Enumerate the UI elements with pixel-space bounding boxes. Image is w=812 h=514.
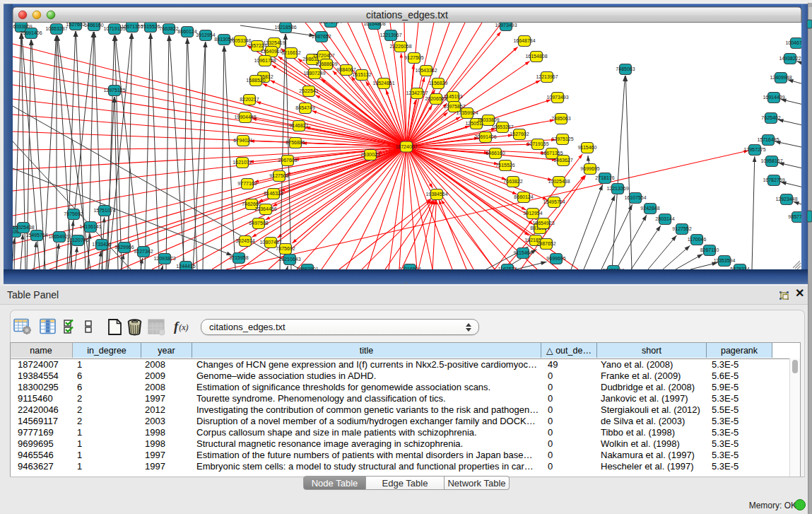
svg-text:6466160: 6466160 — [486, 151, 505, 156]
svg-text:1170046: 1170046 — [688, 237, 707, 242]
svg-text:8220217: 8220217 — [240, 97, 259, 102]
svg-text:23226058: 23226058 — [389, 44, 411, 49]
svg-text:2987652: 2987652 — [312, 34, 331, 39]
svg-text:12213369: 12213369 — [606, 186, 628, 191]
svg-text:20364456: 20364456 — [254, 206, 276, 211]
svg-text:7625402: 7625402 — [761, 115, 780, 120]
svg-text:9127505: 9127505 — [404, 55, 423, 60]
svg-text:9242848: 9242848 — [640, 206, 659, 211]
svg-text:3912954: 3912954 — [523, 211, 542, 216]
svg-text:9146821: 9146821 — [289, 123, 308, 128]
svg-text:2530023: 2530023 — [360, 152, 379, 157]
svg-text:10688609: 10688609 — [315, 62, 337, 66]
svg-text:13640910: 13640910 — [260, 49, 282, 54]
svg-text:16782759: 16782759 — [763, 177, 784, 182]
svg-text:10973493: 10973493 — [546, 95, 568, 100]
svg-text:12409948: 12409948 — [770, 75, 792, 80]
svg-text:19384554: 19384554 — [425, 192, 447, 197]
svg-text:16914439: 16914439 — [763, 95, 784, 100]
svg-text:9699695: 9699695 — [580, 166, 599, 171]
svg-text:10653287: 10653287 — [491, 124, 513, 129]
svg-text:2987652: 2987652 — [536, 241, 555, 246]
svg-text:10973493: 10973493 — [495, 23, 517, 28]
svg-text:7515526: 7515526 — [495, 163, 514, 168]
svg-text:16107554: 16107554 — [624, 195, 646, 200]
svg-text:3024574: 3024574 — [235, 238, 254, 243]
svg-text:8756885: 8756885 — [286, 140, 305, 145]
svg-text:2803144: 2803144 — [655, 216, 674, 221]
svg-text:6794021: 6794021 — [233, 138, 252, 143]
svg-text:9777169: 9777169 — [237, 181, 257, 186]
svg-text:citations_edges.txt: citations_edges.txt — [366, 9, 448, 21]
svg-text:10025438: 10025438 — [548, 179, 570, 184]
svg-text:17957275: 17957275 — [743, 147, 765, 152]
svg-text:1145193: 1145193 — [444, 94, 463, 99]
svg-text:7462666: 7462666 — [242, 201, 261, 206]
svg-text:7875692: 7875692 — [276, 246, 295, 251]
svg-text:2967608: 2967608 — [278, 158, 297, 163]
svg-text:19904448: 19904448 — [234, 115, 256, 119]
svg-text:9699695: 9699695 — [546, 256, 565, 261]
svg-text:6216612: 6216612 — [281, 50, 300, 55]
svg-text:19218586: 19218586 — [274, 25, 296, 30]
svg-text:19524851: 19524851 — [372, 81, 394, 86]
svg-text:6466160: 6466160 — [84, 23, 103, 28]
svg-text:10543362: 10543362 — [415, 68, 437, 73]
svg-text:7485063: 7485063 — [551, 116, 570, 121]
svg-text:9115460: 9115460 — [578, 145, 597, 150]
svg-text:7485063: 7485063 — [616, 66, 635, 71]
svg-text:7663822: 7663822 — [503, 179, 522, 184]
svg-text:16033809: 16033809 — [477, 117, 499, 122]
svg-text:10025438: 10025438 — [12, 225, 34, 230]
svg-text:1156829: 1156829 — [429, 81, 448, 86]
svg-text:8660124: 8660124 — [514, 194, 533, 199]
svg-text:1527602: 1527602 — [510, 132, 529, 136]
svg-text:10719155: 10719155 — [526, 141, 548, 146]
svg-text:10961758: 10961758 — [254, 58, 276, 63]
svg-text:20053346: 20053346 — [229, 38, 251, 43]
svg-text:8146323: 8146323 — [264, 191, 283, 196]
svg-text:1615132: 1615132 — [352, 72, 371, 77]
svg-text:16671355: 16671355 — [121, 24, 143, 29]
svg-text:2522541: 2522541 — [299, 88, 318, 93]
svg-text:20691406: 20691406 — [474, 134, 496, 139]
svg-text:9329966: 9329966 — [114, 245, 134, 250]
svg-text:1527602: 1527602 — [66, 22, 85, 27]
svg-text:13325419: 13325419 — [263, 40, 285, 45]
svg-text:8454749: 8454749 — [295, 105, 314, 110]
svg-text:12342757: 12342757 — [406, 90, 428, 95]
svg-text:1463627: 1463627 — [553, 158, 572, 163]
svg-text:(x): (x) — [179, 322, 189, 332]
svg-text:12923448: 12923448 — [775, 197, 797, 201]
svg-text:10807487: 10807487 — [259, 240, 281, 245]
svg-text:1621072: 1621072 — [233, 160, 252, 165]
svg-text:15751074: 15751074 — [93, 208, 115, 213]
svg-text:14938222: 14938222 — [779, 56, 801, 61]
svg-text:8660124: 8660124 — [177, 29, 196, 34]
svg-text:6497508: 6497508 — [249, 221, 268, 226]
svg-text:12093873: 12093873 — [153, 256, 175, 261]
svg-text:20691406: 20691406 — [20, 30, 42, 35]
svg-text:18807249: 18807249 — [303, 71, 325, 76]
svg-text:1733426: 1733426 — [92, 242, 111, 247]
svg-text:9884067: 9884067 — [336, 67, 355, 72]
svg-text:16154808: 16154808 — [525, 54, 547, 59]
svg-text:9227342: 9227342 — [134, 249, 153, 254]
svg-text:3912954: 3912954 — [196, 33, 215, 37]
svg-text:7515526: 7515526 — [141, 24, 160, 29]
svg-text:7875692: 7875692 — [64, 211, 83, 216]
svg-text:18724007: 18724007 — [395, 144, 417, 149]
svg-text:15720407: 15720407 — [312, 53, 334, 58]
svg-text:2718176: 2718176 — [595, 175, 614, 180]
svg-text:14136141: 14136141 — [79, 224, 101, 229]
svg-text:10958167: 10958167 — [760, 158, 782, 163]
svg-text:16648784: 16648784 — [513, 38, 535, 43]
svg-text:3215958: 3215958 — [229, 255, 248, 260]
svg-text:15495764: 15495764 — [25, 233, 47, 238]
svg-text:9127508: 9127508 — [269, 173, 288, 178]
svg-text:12975125: 12975125 — [103, 88, 125, 93]
svg-text:10653287: 10653287 — [45, 26, 67, 31]
svg-text:17359924: 17359924 — [456, 110, 478, 115]
svg-text:12213967: 12213967 — [536, 74, 558, 79]
svg-text:9127552: 9127552 — [672, 226, 691, 231]
